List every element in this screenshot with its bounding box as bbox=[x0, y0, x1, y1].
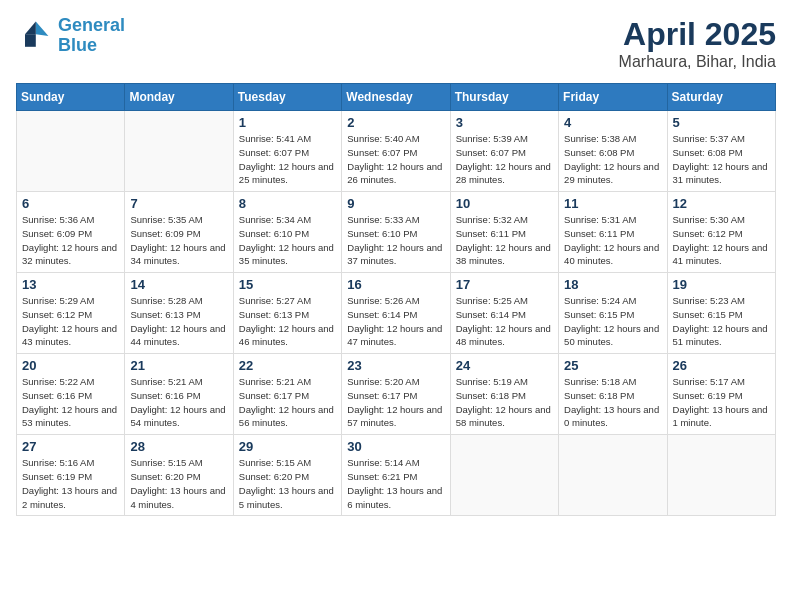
table-row: 1Sunrise: 5:41 AM Sunset: 6:07 PM Daylig… bbox=[233, 111, 341, 192]
day-info: Sunrise: 5:26 AM Sunset: 6:14 PM Dayligh… bbox=[347, 294, 444, 349]
logo-general: General bbox=[58, 15, 125, 35]
day-info: Sunrise: 5:22 AM Sunset: 6:16 PM Dayligh… bbox=[22, 375, 119, 430]
table-row: 4Sunrise: 5:38 AM Sunset: 6:08 PM Daylig… bbox=[559, 111, 667, 192]
logo-text: General Blue bbox=[58, 16, 125, 56]
day-number: 15 bbox=[239, 277, 336, 292]
table-row: 30Sunrise: 5:14 AM Sunset: 6:21 PM Dayli… bbox=[342, 435, 450, 516]
day-info: Sunrise: 5:23 AM Sunset: 6:15 PM Dayligh… bbox=[673, 294, 770, 349]
table-row: 18Sunrise: 5:24 AM Sunset: 6:15 PM Dayli… bbox=[559, 273, 667, 354]
day-number: 23 bbox=[347, 358, 444, 373]
day-info: Sunrise: 5:28 AM Sunset: 6:13 PM Dayligh… bbox=[130, 294, 227, 349]
table-row: 16Sunrise: 5:26 AM Sunset: 6:14 PM Dayli… bbox=[342, 273, 450, 354]
header: General Blue April 2025 Marhaura, Bihar,… bbox=[16, 16, 776, 71]
day-number: 8 bbox=[239, 196, 336, 211]
day-info: Sunrise: 5:17 AM Sunset: 6:19 PM Dayligh… bbox=[673, 375, 770, 430]
day-number: 13 bbox=[22, 277, 119, 292]
table-row: 9Sunrise: 5:33 AM Sunset: 6:10 PM Daylig… bbox=[342, 192, 450, 273]
day-info: Sunrise: 5:14 AM Sunset: 6:21 PM Dayligh… bbox=[347, 456, 444, 511]
header-sunday: Sunday bbox=[17, 84, 125, 111]
calendar-week-row: 6Sunrise: 5:36 AM Sunset: 6:09 PM Daylig… bbox=[17, 192, 776, 273]
day-number: 26 bbox=[673, 358, 770, 373]
day-number: 25 bbox=[564, 358, 661, 373]
day-number: 18 bbox=[564, 277, 661, 292]
day-number: 12 bbox=[673, 196, 770, 211]
month-title: April 2025 bbox=[619, 16, 776, 53]
calendar-week-row: 27Sunrise: 5:16 AM Sunset: 6:19 PM Dayli… bbox=[17, 435, 776, 516]
table-row bbox=[125, 111, 233, 192]
day-info: Sunrise: 5:21 AM Sunset: 6:17 PM Dayligh… bbox=[239, 375, 336, 430]
day-number: 11 bbox=[564, 196, 661, 211]
header-saturday: Saturday bbox=[667, 84, 775, 111]
table-row: 19Sunrise: 5:23 AM Sunset: 6:15 PM Dayli… bbox=[667, 273, 775, 354]
table-row: 12Sunrise: 5:30 AM Sunset: 6:12 PM Dayli… bbox=[667, 192, 775, 273]
logo-icon bbox=[16, 18, 52, 54]
svg-marker-0 bbox=[36, 21, 49, 35]
day-number: 20 bbox=[22, 358, 119, 373]
day-info: Sunrise: 5:33 AM Sunset: 6:10 PM Dayligh… bbox=[347, 213, 444, 268]
day-number: 7 bbox=[130, 196, 227, 211]
table-row: 3Sunrise: 5:39 AM Sunset: 6:07 PM Daylig… bbox=[450, 111, 558, 192]
table-row: 27Sunrise: 5:16 AM Sunset: 6:19 PM Dayli… bbox=[17, 435, 125, 516]
header-wednesday: Wednesday bbox=[342, 84, 450, 111]
table-row: 22Sunrise: 5:21 AM Sunset: 6:17 PM Dayli… bbox=[233, 354, 341, 435]
day-info: Sunrise: 5:21 AM Sunset: 6:16 PM Dayligh… bbox=[130, 375, 227, 430]
table-row: 6Sunrise: 5:36 AM Sunset: 6:09 PM Daylig… bbox=[17, 192, 125, 273]
day-number: 3 bbox=[456, 115, 553, 130]
table-row: 7Sunrise: 5:35 AM Sunset: 6:09 PM Daylig… bbox=[125, 192, 233, 273]
table-row: 15Sunrise: 5:27 AM Sunset: 6:13 PM Dayli… bbox=[233, 273, 341, 354]
table-row: 28Sunrise: 5:15 AM Sunset: 6:20 PM Dayli… bbox=[125, 435, 233, 516]
table-row: 13Sunrise: 5:29 AM Sunset: 6:12 PM Dayli… bbox=[17, 273, 125, 354]
day-info: Sunrise: 5:16 AM Sunset: 6:19 PM Dayligh… bbox=[22, 456, 119, 511]
day-info: Sunrise: 5:25 AM Sunset: 6:14 PM Dayligh… bbox=[456, 294, 553, 349]
table-row: 11Sunrise: 5:31 AM Sunset: 6:11 PM Dayli… bbox=[559, 192, 667, 273]
day-info: Sunrise: 5:32 AM Sunset: 6:11 PM Dayligh… bbox=[456, 213, 553, 268]
day-number: 24 bbox=[456, 358, 553, 373]
day-number: 30 bbox=[347, 439, 444, 454]
day-info: Sunrise: 5:29 AM Sunset: 6:12 PM Dayligh… bbox=[22, 294, 119, 349]
table-row: 20Sunrise: 5:22 AM Sunset: 6:16 PM Dayli… bbox=[17, 354, 125, 435]
calendar-week-row: 1Sunrise: 5:41 AM Sunset: 6:07 PM Daylig… bbox=[17, 111, 776, 192]
table-row bbox=[17, 111, 125, 192]
svg-marker-1 bbox=[25, 21, 36, 34]
day-number: 6 bbox=[22, 196, 119, 211]
day-number: 2 bbox=[347, 115, 444, 130]
day-number: 16 bbox=[347, 277, 444, 292]
svg-marker-2 bbox=[25, 34, 36, 47]
calendar-header-row: Sunday Monday Tuesday Wednesday Thursday… bbox=[17, 84, 776, 111]
table-row: 23Sunrise: 5:20 AM Sunset: 6:17 PM Dayli… bbox=[342, 354, 450, 435]
day-info: Sunrise: 5:41 AM Sunset: 6:07 PM Dayligh… bbox=[239, 132, 336, 187]
day-number: 17 bbox=[456, 277, 553, 292]
calendar-week-row: 13Sunrise: 5:29 AM Sunset: 6:12 PM Dayli… bbox=[17, 273, 776, 354]
day-number: 21 bbox=[130, 358, 227, 373]
table-row bbox=[450, 435, 558, 516]
location-subtitle: Marhaura, Bihar, India bbox=[619, 53, 776, 71]
day-info: Sunrise: 5:18 AM Sunset: 6:18 PM Dayligh… bbox=[564, 375, 661, 430]
header-thursday: Thursday bbox=[450, 84, 558, 111]
table-row: 5Sunrise: 5:37 AM Sunset: 6:08 PM Daylig… bbox=[667, 111, 775, 192]
day-info: Sunrise: 5:34 AM Sunset: 6:10 PM Dayligh… bbox=[239, 213, 336, 268]
day-info: Sunrise: 5:31 AM Sunset: 6:11 PM Dayligh… bbox=[564, 213, 661, 268]
table-row: 14Sunrise: 5:28 AM Sunset: 6:13 PM Dayli… bbox=[125, 273, 233, 354]
day-number: 28 bbox=[130, 439, 227, 454]
calendar-table: Sunday Monday Tuesday Wednesday Thursday… bbox=[16, 83, 776, 516]
table-row: 26Sunrise: 5:17 AM Sunset: 6:19 PM Dayli… bbox=[667, 354, 775, 435]
table-row bbox=[559, 435, 667, 516]
table-row: 10Sunrise: 5:32 AM Sunset: 6:11 PM Dayli… bbox=[450, 192, 558, 273]
day-info: Sunrise: 5:27 AM Sunset: 6:13 PM Dayligh… bbox=[239, 294, 336, 349]
day-info: Sunrise: 5:38 AM Sunset: 6:08 PM Dayligh… bbox=[564, 132, 661, 187]
day-info: Sunrise: 5:15 AM Sunset: 6:20 PM Dayligh… bbox=[130, 456, 227, 511]
day-info: Sunrise: 5:36 AM Sunset: 6:09 PM Dayligh… bbox=[22, 213, 119, 268]
header-monday: Monday bbox=[125, 84, 233, 111]
table-row: 17Sunrise: 5:25 AM Sunset: 6:14 PM Dayli… bbox=[450, 273, 558, 354]
header-friday: Friday bbox=[559, 84, 667, 111]
day-info: Sunrise: 5:19 AM Sunset: 6:18 PM Dayligh… bbox=[456, 375, 553, 430]
title-area: April 2025 Marhaura, Bihar, India bbox=[619, 16, 776, 71]
day-number: 4 bbox=[564, 115, 661, 130]
table-row: 25Sunrise: 5:18 AM Sunset: 6:18 PM Dayli… bbox=[559, 354, 667, 435]
table-row: 2Sunrise: 5:40 AM Sunset: 6:07 PM Daylig… bbox=[342, 111, 450, 192]
logo: General Blue bbox=[16, 16, 125, 56]
day-info: Sunrise: 5:30 AM Sunset: 6:12 PM Dayligh… bbox=[673, 213, 770, 268]
day-number: 22 bbox=[239, 358, 336, 373]
day-info: Sunrise: 5:15 AM Sunset: 6:20 PM Dayligh… bbox=[239, 456, 336, 511]
table-row: 24Sunrise: 5:19 AM Sunset: 6:18 PM Dayli… bbox=[450, 354, 558, 435]
